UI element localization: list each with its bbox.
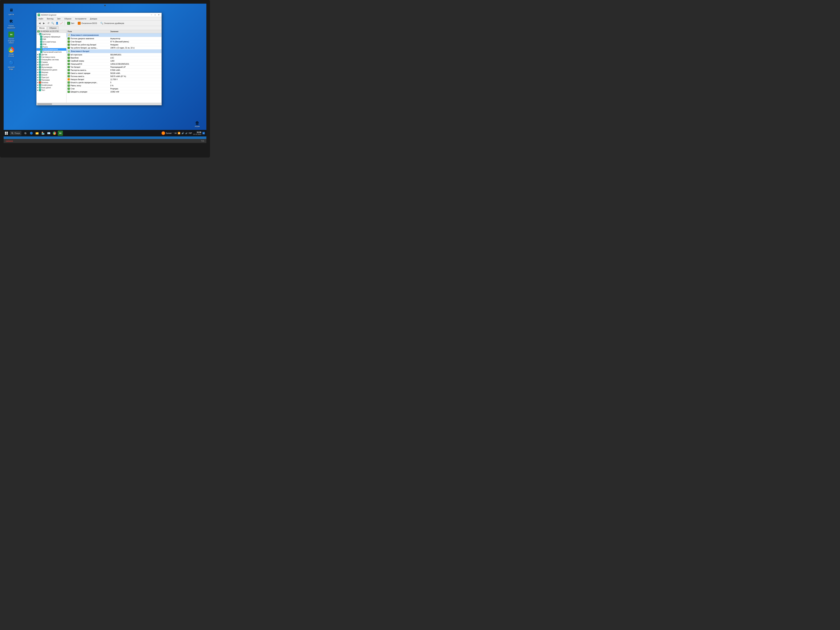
- tree-sysboard[interactable]: ▶ M Системна плата: [36, 56, 66, 58]
- tree-storage[interactable]: ▶ 💾 Збереження даних: [36, 68, 66, 71]
- tree-ipmi[interactable]: I IPMI: [36, 43, 66, 46]
- report-icon: Z: [67, 22, 70, 25]
- tree-sensor[interactable]: ▶ S Датчик: [36, 53, 66, 56]
- taskbar-right: Sunset ^ 64 📶 🔊 🔊 УКР 16:06 13.12.2023 5: [161, 131, 206, 135]
- tree-devices[interactable]: ▶ ⚙ Пристрої: [36, 76, 66, 79]
- field-cell: 🔋Тип батареї: [66, 66, 109, 69]
- table-row: 🔋Швидкість розрядки 10382 mW: [66, 90, 161, 93]
- desktop-icon-control-panel[interactable]: 🛠 Панель керування: [6, 19, 17, 29]
- table-row: 🔋Унікальний ID 1283LGC5B10W51831: [66, 63, 161, 66]
- sensor-icon: S: [39, 54, 41, 55]
- edge-label: Microsoft Edge: [6, 66, 17, 70]
- menu-file[interactable]: Файл: [38, 17, 44, 20]
- taskbar-search[interactable]: Пошук: [10, 131, 21, 135]
- ipmi-label: IPMI: [43, 43, 46, 46]
- tree-test[interactable]: ▶ T Тест: [36, 89, 66, 92]
- tree-dmi[interactable]: D DMI: [36, 38, 66, 41]
- tray-clock[interactable]: 16:06 13.12.2023: [193, 131, 201, 135]
- field-cell: 🔋Паспортна ємність: [66, 69, 109, 72]
- security-label: Безпека: [41, 82, 48, 84]
- row-icon: 🔋: [68, 57, 70, 59]
- bios-update-btn[interactable]: ↓ Оновлення BIOS: [76, 21, 98, 25]
- storage-label: Збереження даних: [41, 69, 57, 71]
- lenovo-bar: Lenovo T15: [4, 139, 206, 143]
- horizontal-scrollbar[interactable]: [36, 103, 161, 105]
- tree-computer-name[interactable]: N Ім'я комп'ютера: [36, 41, 66, 43]
- drivers-icon: 🔍: [100, 22, 103, 25]
- tray-expand[interactable]: ^: [172, 132, 174, 134]
- search-button[interactable]: 🔍: [51, 21, 55, 25]
- notification-badge[interactable]: 5: [202, 132, 205, 134]
- tree-security[interactable]: ▶ 🔒 Безпека: [36, 81, 66, 84]
- sysboard-icon: M: [39, 56, 41, 58]
- menu-help[interactable]: Довідка: [89, 17, 98, 20]
- row-icon: ⚡: [68, 44, 70, 46]
- drivers-update-btn[interactable]: 🔍 Оновлення драйверів: [99, 21, 126, 25]
- left-panel: 64 64 AIDA64 v6.33.5700 ▼ 🖥 Комп'ютер ℹ …: [36, 30, 66, 103]
- taskbar-mail[interactable]: 📧: [46, 131, 51, 136]
- summary-label: Сумарна інформація: [43, 36, 60, 38]
- menu-view[interactable]: Вигляд: [46, 17, 54, 20]
- tree-os[interactable]: ▶ W Операційна система: [36, 58, 66, 61]
- value-cell: Невідомо: [109, 43, 161, 46]
- taskbar-aida64[interactable]: 64: [58, 131, 63, 136]
- sysboard-expand: ▶: [37, 56, 38, 58]
- tree-display[interactable]: ▶ 🖥 Дисплей: [36, 63, 66, 66]
- table-row: 🔋Кількість циклів зарядки-розря... 5: [66, 81, 161, 84]
- minimize-button[interactable]: ─: [150, 13, 153, 16]
- desktop-icon-chrome[interactable]: Google Chrome: [6, 47, 17, 57]
- menu-favorites[interactable]: Обране: [63, 17, 72, 20]
- taskbar-store[interactable]: 🏪: [40, 131, 46, 136]
- tray-language[interactable]: УКР: [189, 132, 192, 134]
- scrollbar-thumb[interactable]: [38, 103, 52, 105]
- taskbar-chrome[interactable]: [52, 131, 57, 136]
- sysboard-label: Системна плата: [41, 56, 55, 58]
- forward-button[interactable]: ▶: [42, 21, 46, 25]
- trash-icon[interactable]: 🗑 Кошик: [192, 120, 203, 127]
- maximize-button[interactable]: □: [153, 13, 157, 16]
- field-cell: 🔋Кількість циклів зарядки-розря...: [66, 81, 109, 84]
- menu-tools[interactable]: Інструменти: [74, 17, 87, 20]
- svg-line-5: [13, 134, 13, 134]
- tree-programs[interactable]: ▶ P Програми: [36, 79, 66, 81]
- tree-network[interactable]: ▶ 🌐 Мережа: [36, 71, 66, 74]
- report-btn[interactable]: Z Звіт: [66, 21, 76, 25]
- aida64-icon: 64: [8, 32, 14, 38]
- tab-menu[interactable]: Меню: [37, 26, 47, 30]
- refresh-button[interactable]: ↺: [46, 21, 51, 25]
- chart-button[interactable]: 📈: [59, 21, 63, 25]
- tree-portable[interactable]: P Портативний комп'юте: [36, 51, 66, 53]
- tree-rosgin[interactable]: R Розгін: [36, 46, 66, 48]
- field-cell: 🔋Рівень зносу: [66, 84, 109, 87]
- svg-rect-7: [36, 133, 38, 134]
- power-section-icon: ⚡: [68, 34, 70, 36]
- report-label: Звіт: [71, 22, 74, 24]
- back-button[interactable]: ◀: [38, 21, 42, 25]
- taskbar-task-view[interactable]: ⧉: [23, 131, 28, 136]
- desktop-icon-this-pc[interactable]: 🖥 Цей ПК: [6, 7, 17, 16]
- tree-directx[interactable]: ▶ D DirectX: [36, 74, 66, 76]
- field-cell: 🔋Серійний номер: [66, 59, 109, 63]
- tree-computer[interactable]: ▼ 🖥 Комп'ютер: [36, 33, 66, 35]
- tree-config[interactable]: ▶ C Конфігурація: [36, 84, 66, 86]
- field-cell: ⚡Стан батареї: [66, 40, 109, 43]
- sunset-widget[interactable]: Sunset: [161, 131, 172, 135]
- value-cell: 57000 mWh: [109, 69, 161, 72]
- tree-database[interactable]: ▶ 🗄 База даних: [36, 86, 66, 89]
- start-button[interactable]: [4, 130, 9, 136]
- menu-report[interactable]: Звіт: [56, 17, 62, 20]
- portable-icon: P: [40, 51, 42, 53]
- desktop-icon-edge[interactable]: 🔵 Microsoft Edge: [6, 60, 17, 70]
- desktop-icon-aida64[interactable]: 64 AIDA64 Engineer Edition: [6, 32, 17, 44]
- tree-summary[interactable]: ℹ Сумарна інформація: [36, 35, 66, 38]
- tree-server[interactable]: ▶ S Сервер: [36, 61, 66, 63]
- directx-label: DirectX: [41, 74, 47, 76]
- tab-favorites[interactable]: Обране: [47, 26, 58, 29]
- close-button[interactable]: ✕: [157, 13, 160, 16]
- taskbar-edge[interactable]: 🔵: [29, 131, 34, 136]
- user-button[interactable]: 👤: [55, 21, 59, 25]
- taskbar-explorer[interactable]: [35, 131, 39, 136]
- field-cell: 🔋Ємність повної зарядки: [66, 72, 109, 75]
- tree-power[interactable]: ⚡ Електроживлення: [36, 48, 66, 51]
- tree-multimedia[interactable]: ▶ ♫ Мультимедіа: [36, 66, 66, 68]
